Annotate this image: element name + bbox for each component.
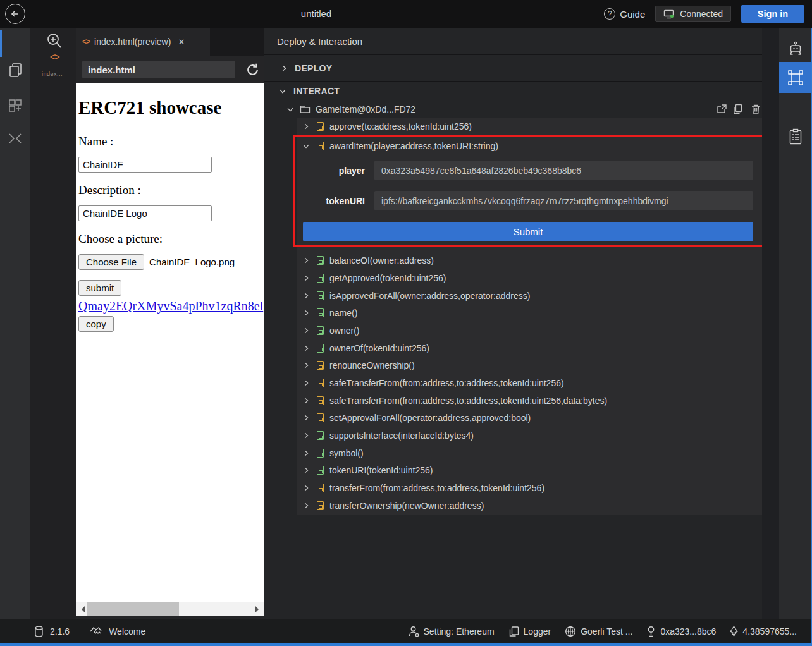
function-label: supportsInterface(interfaceId:bytes4)	[329, 430, 474, 441]
wallet-address-item[interactable]: 0xa323...8bc6	[646, 626, 716, 637]
contract-row[interactable]: GameItem@0xDd...FD72	[264, 101, 762, 118]
read-function-icon	[317, 449, 324, 458]
function-row[interactable]: transferFrom(from:address,to:address,tok…	[297, 479, 762, 497]
function-label: balanceOf(owner:address)	[329, 255, 434, 265]
network-item[interactable]: Goerli Test ...	[565, 626, 632, 637]
chevron-right-icon	[302, 308, 311, 317]
chevron-right-icon	[302, 501, 311, 510]
function-label: renounceOwnership()	[329, 360, 415, 370]
interact-section-header[interactable]: INTERACT	[264, 82, 762, 100]
read-function-icon	[317, 466, 324, 475]
scrollbar-thumb[interactable]	[87, 602, 179, 616]
tab-index-html-preview[interactable]: <> index.html(preview) ✕	[76, 28, 210, 56]
refresh-icon[interactable]	[245, 63, 260, 77]
description-label: Description :	[78, 183, 264, 197]
function-row[interactable]: safeTransferFrom(from:address,to:address…	[297, 392, 762, 410]
chevron-right-icon	[302, 344, 311, 353]
function-row[interactable]: approve(to:address,tokenId:uint256)	[297, 118, 762, 135]
guide-button[interactable]: ? Guide	[604, 8, 645, 20]
ipfs-hash-link[interactable]: Qmay2EQrXMyvSa4pPhv1zqRn8el	[78, 299, 264, 314]
function-row[interactable]: getApproved(tokenId:uint256)	[297, 269, 762, 287]
collapse-panels-icon[interactable]	[7, 130, 23, 147]
function-row[interactable]: owner()	[297, 322, 762, 339]
trash-icon[interactable]	[751, 104, 761, 114]
function-row[interactable]: safeTransferFrom(from:address,to:address…	[297, 374, 762, 392]
submit-button[interactable]: Submit	[303, 222, 753, 241]
zoom-in-icon[interactable]	[46, 32, 63, 51]
read-function-icon	[317, 344, 324, 353]
function-row[interactable]: balanceOf(owner:address)	[297, 252, 762, 269]
deploy-interaction-tab[interactable]	[779, 62, 812, 93]
chevron-down-icon	[278, 87, 287, 95]
function-row[interactable]: supportsInterface(interfaceId:bytes4)	[297, 427, 762, 444]
player-input[interactable]	[374, 161, 753, 180]
deploy-interaction-panel: Deploy & Interaction DEPLOY INTERACT Gam…	[264, 28, 762, 619]
files-icon[interactable]	[7, 62, 23, 78]
description-input[interactable]	[78, 205, 212, 221]
name-input[interactable]	[78, 157, 212, 173]
function-label: symbol()	[329, 448, 364, 458]
write-function-icon	[317, 122, 324, 131]
sign-in-button[interactable]: Sign in	[741, 5, 804, 23]
page-title: ERC721 showcase	[78, 97, 264, 118]
function-row[interactable]: ownerOf(tokenId:uint256)	[297, 339, 762, 357]
setting-item[interactable]: Setting: Ethereum	[409, 626, 495, 637]
scroll-right-icon[interactable]	[255, 606, 262, 612]
function-row[interactable]: symbol()	[297, 444, 762, 462]
function-label: name()	[329, 308, 357, 318]
chevron-right-icon	[280, 64, 288, 73]
open-external-icon[interactable]	[717, 104, 727, 114]
audit-clipboard-icon[interactable]	[779, 121, 812, 152]
panel-scroll-gutter[interactable]	[762, 28, 779, 619]
write-function-icon	[317, 379, 324, 387]
function-row[interactable]: tokenURI(tokenId:uint256)	[297, 462, 762, 480]
function-label: owner()	[329, 326, 359, 336]
copy-abi-icon[interactable]	[732, 104, 743, 114]
function-row[interactable]: isApprovedForAll(owner:address,operator:…	[297, 287, 762, 305]
function-label: ownerOf(tokenId:uint256)	[329, 343, 429, 353]
function-label: getApproved(tokenId:uint256)	[329, 273, 446, 283]
person-gear-icon	[409, 626, 419, 637]
function-label: safeTransferFrom(from:address,to:address…	[329, 396, 607, 406]
function-row[interactable]: setApprovalForAll(operator:address,appro…	[297, 410, 762, 427]
help-icon: ?	[604, 8, 615, 20]
function-label: transferFrom(from:address,to:address,tok…	[329, 483, 544, 493]
player-param-label: player	[295, 166, 374, 176]
scroll-left-icon[interactable]	[78, 606, 85, 612]
explorer-strip: <> index...	[30, 28, 76, 619]
function-row[interactable]: awardItem(player:address,tokenURI:string…	[295, 137, 762, 155]
connected-button[interactable]: Connected	[655, 6, 731, 22]
horizontal-scrollbar[interactable]	[76, 602, 264, 616]
status-accent-line	[0, 643, 812, 646]
deploy-section-header[interactable]: DEPLOY	[264, 56, 762, 82]
assistant-robot-icon[interactable]	[779, 34, 812, 65]
close-tab-icon[interactable]: ✕	[178, 37, 185, 47]
balance-item[interactable]: 4.38597655...	[730, 626, 797, 637]
version-label: 2.1.6	[50, 626, 70, 637]
function-label: isApprovedForAll(owner:address,operator:…	[329, 291, 530, 301]
function-row[interactable]: transferOwnership(newOwner:address)	[297, 497, 762, 515]
back-button[interactable]	[5, 4, 25, 24]
location-pin-icon	[646, 626, 656, 637]
logger-item[interactable]: Logger	[508, 626, 551, 637]
function-label: safeTransferFrom(from:address,to:address…	[329, 378, 564, 388]
activity-bar	[0, 28, 30, 619]
chevron-right-icon	[302, 122, 311, 131]
chevron-right-icon	[302, 291, 311, 300]
function-row[interactable]: name()	[297, 304, 762, 322]
url-input[interactable]	[82, 61, 235, 78]
monitor-connected-icon	[663, 9, 675, 19]
explorer-file-entry[interactable]: index...	[42, 71, 63, 77]
chevron-right-icon	[302, 361, 311, 370]
chevron-down-icon	[286, 105, 295, 114]
add-panel-icon[interactable]	[7, 97, 23, 114]
tokenuri-input[interactable]	[374, 191, 753, 210]
function-label: approve(to:address,tokenId:uint256)	[329, 121, 472, 131]
folder-icon	[300, 104, 311, 114]
choose-file-button[interactable]: Choose File	[78, 254, 144, 270]
page-submit-button[interactable]: submit	[78, 280, 121, 296]
write-function-icon	[317, 361, 324, 370]
welcome-label[interactable]: Welcome	[109, 626, 145, 637]
function-row[interactable]: renounceOwnership()	[297, 357, 762, 375]
copy-button[interactable]: copy	[78, 316, 114, 332]
